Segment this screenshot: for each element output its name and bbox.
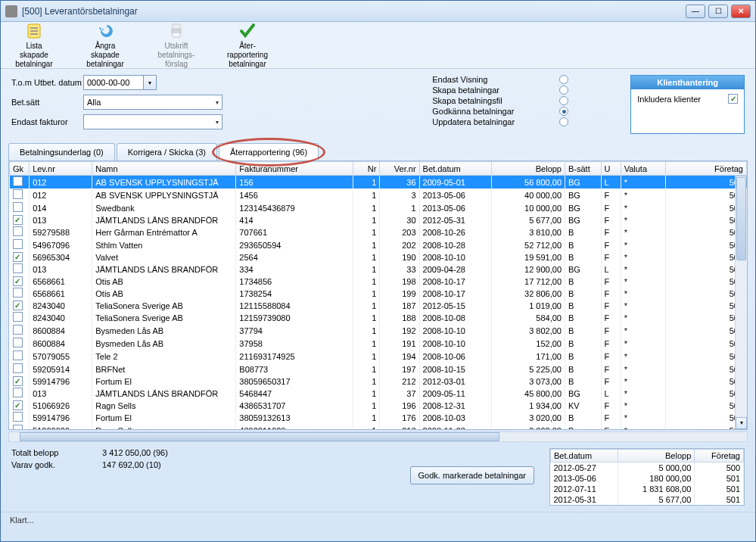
- table-row[interactable]: 54967096Sthlm Vatten29365059412022008-10…: [10, 238, 747, 251]
- calendar-button[interactable]: ▾: [143, 75, 157, 90]
- betsatt-combo[interactable]: Alla ▾: [83, 95, 222, 110]
- col-header[interactable]: Namn: [92, 162, 236, 176]
- horizontal-scrollbar[interactable]: [8, 431, 748, 442]
- radio-input[interactable]: [559, 107, 568, 116]
- fakturor-label: Endast fakturor: [11, 117, 83, 126]
- gk-checkbox[interactable]: ✓: [13, 252, 23, 262]
- table-row[interactable]: 6568661Otis AB173825411992008-10-1732 80…: [10, 287, 747, 300]
- list-icon: [23, 22, 45, 40]
- table-row[interactable]: 59205914BRFNetB0877311972008-10-155 225,…: [10, 363, 747, 375]
- table-row[interactable]: 2012-05-315 677,00501: [551, 494, 744, 505]
- table-row[interactable]: ✓6568661Otis AB173485611982008-10-1717 7…: [10, 276, 747, 287]
- tab[interactable]: Återrapportering (96): [219, 143, 319, 160]
- godk-label: Varav godk.: [11, 460, 102, 469]
- radio-input[interactable]: [559, 96, 568, 105]
- radio-godkanna[interactable]: Godkänna betalningar: [432, 107, 568, 116]
- table-row[interactable]: 2012-05-275 000,00500: [551, 463, 744, 474]
- table-row[interactable]: 59279588Herr Gårman Entrémattor A7076611…: [10, 226, 747, 238]
- gk-checkbox[interactable]: [13, 388, 23, 397]
- gk-checkbox[interactable]: [13, 226, 23, 236]
- gk-checkbox[interactable]: [13, 288, 23, 297]
- main-grid[interactable]: GkLev.nrNamnFakturanummerNrVer.nrBet.dat…: [8, 160, 748, 430]
- table-row[interactable]: 013JÄMTLANDS LÄNS BRANDFÖR54684471372009…: [10, 387, 747, 400]
- col-header[interactable]: U: [601, 162, 621, 176]
- hscroll-thumb[interactable]: [20, 432, 499, 441]
- tab[interactable]: Korrigera / Skicka (3): [117, 143, 217, 160]
- radio-skapa_fil[interactable]: Skapa betalningsfil: [432, 96, 568, 105]
- table-row[interactable]: 2012-07-111 831 608,00501: [551, 484, 744, 494]
- gk-checkbox[interactable]: [13, 202, 23, 212]
- table-row[interactable]: ✓59914796Fortum El3805965031712122012-03…: [10, 375, 747, 387]
- tab[interactable]: Betalningsunderlag (0): [8, 143, 115, 160]
- minimize-button[interactable]: —: [686, 5, 705, 18]
- radio-visning[interactable]: Endast Visning: [432, 75, 568, 84]
- chevron-down-icon: ▾: [216, 119, 219, 126]
- chevron-down-icon: ▾: [216, 99, 219, 106]
- gk-checkbox[interactable]: ✓: [13, 276, 23, 286]
- klient-checkbox[interactable]: ✓: [728, 94, 738, 104]
- gk-checkbox[interactable]: ✓: [13, 301, 23, 310]
- gk-checkbox[interactable]: [13, 189, 23, 199]
- gk-checkbox[interactable]: [13, 312, 23, 322]
- col-header[interactable]: Lev.nr: [30, 162, 92, 176]
- gk-checkbox[interactable]: ✓: [13, 400, 23, 410]
- table-row[interactable]: ✓51066926Ragn Sells438653170711962008-12…: [10, 400, 747, 411]
- radio-input[interactable]: [559, 86, 568, 95]
- table-row[interactable]: 012AB SVENSK UPPLYSNINGSTJÄ1561362009-05…: [10, 176, 747, 189]
- radio-skapa_bet[interactable]: Skapa betalningar: [432, 86, 568, 95]
- gk-checkbox[interactable]: [13, 425, 23, 430]
- toolbar-undo-button[interactable]: Ångraskapadebetalningar: [78, 25, 132, 65]
- table-row[interactable]: 51066926Ragn Sells439001190812132008-11-…: [10, 424, 747, 430]
- col-header[interactable]: Företag: [666, 162, 747, 176]
- godk-button[interactable]: Godk. markerade betalningar: [410, 466, 534, 484]
- table-row[interactable]: 8600884Bysmeden Lås AB3779411922008-10-1…: [10, 324, 747, 337]
- scroll-down-arrow[interactable]: ▾: [736, 417, 747, 429]
- gk-checkbox[interactable]: [13, 412, 23, 422]
- radio-input[interactable]: [559, 75, 568, 84]
- gk-checkbox[interactable]: [13, 325, 23, 335]
- gk-checkbox[interactable]: [13, 239, 23, 249]
- fakturor-combo[interactable]: ▾: [83, 114, 222, 129]
- col-header[interactable]: Gk: [10, 162, 30, 176]
- table-row[interactable]: 012AB SVENSK UPPLYSNINGSTJÄ1456132013-05…: [10, 188, 747, 201]
- table-row[interactable]: 014Swedbank123145436879112013-05-0610 00…: [10, 201, 747, 214]
- col-header[interactable]: B-sätt: [565, 162, 602, 176]
- vertical-scrollbar[interactable]: ▴ ▾: [735, 176, 747, 429]
- col-header[interactable]: Valuta: [621, 162, 665, 176]
- app-icon: [5, 5, 17, 17]
- gk-checkbox[interactable]: [13, 176, 23, 186]
- col-header[interactable]: Bet.datum: [551, 450, 618, 463]
- table-row[interactable]: 8243040TeliaSonera Sverige AB12159739080…: [10, 311, 747, 324]
- maximize-button[interactable]: ☐: [708, 5, 728, 18]
- gk-checkbox[interactable]: ✓: [13, 376, 23, 386]
- summary-grid[interactable]: Bet.datumBeloppFöretag 2012-05-275 000,0…: [549, 448, 745, 506]
- table-row[interactable]: 59914796Fortum El3805913261311762008-10-…: [10, 411, 747, 424]
- toolbar-list-button[interactable]: Listaskapadebetalningar: [7, 25, 61, 65]
- gk-checkbox[interactable]: [13, 350, 23, 360]
- table-row[interactable]: ✓56965304Valvet256411902008-10-1019 591,…: [10, 251, 747, 263]
- col-header[interactable]: Belopp: [491, 162, 565, 176]
- date-input[interactable]: [83, 75, 144, 90]
- table-row[interactable]: ✓013JÄMTLANDS LÄNS BRANDFÖR4141302012-05…: [10, 214, 747, 226]
- scroll-thumb[interactable]: [736, 177, 746, 260]
- col-header[interactable]: Fakturanummer: [236, 162, 353, 176]
- toolbar-check-button[interactable]: Åter-rapporteringbetalningar: [220, 25, 275, 65]
- table-row[interactable]: 8600884Bysmeden Lås AB3795811912008-10-1…: [10, 337, 747, 350]
- table-row[interactable]: 2013-05-06180 000,00501: [551, 473, 744, 484]
- gk-checkbox[interactable]: [13, 338, 23, 347]
- close-button[interactable]: ✕: [731, 5, 751, 18]
- col-header[interactable]: Företag: [695, 450, 744, 463]
- gk-checkbox[interactable]: ✓: [13, 215, 23, 225]
- radio-uppdatera[interactable]: Uppdatera betalningar: [432, 117, 568, 126]
- col-header[interactable]: Bet.datum: [419, 162, 491, 176]
- gk-checkbox[interactable]: [13, 263, 23, 273]
- col-header[interactable]: Belopp: [618, 450, 695, 463]
- gk-checkbox[interactable]: [13, 363, 23, 373]
- col-header[interactable]: Ver.nr: [380, 162, 419, 176]
- table-row[interactable]: ✓8243040TeliaSonera Sverige AB1211558808…: [10, 300, 747, 311]
- table-row[interactable]: 013JÄMTLANDS LÄNS BRANDFÖR3341332009-04-…: [10, 263, 747, 276]
- radio-input[interactable]: [559, 117, 568, 126]
- col-header[interactable]: Nr: [353, 162, 380, 176]
- titlebar[interactable]: [500] Leverantörsbetalningar — ☐ ✕: [1, 1, 755, 22]
- table-row[interactable]: 57079055Tele 221169317492511942008-10-06…: [10, 350, 747, 363]
